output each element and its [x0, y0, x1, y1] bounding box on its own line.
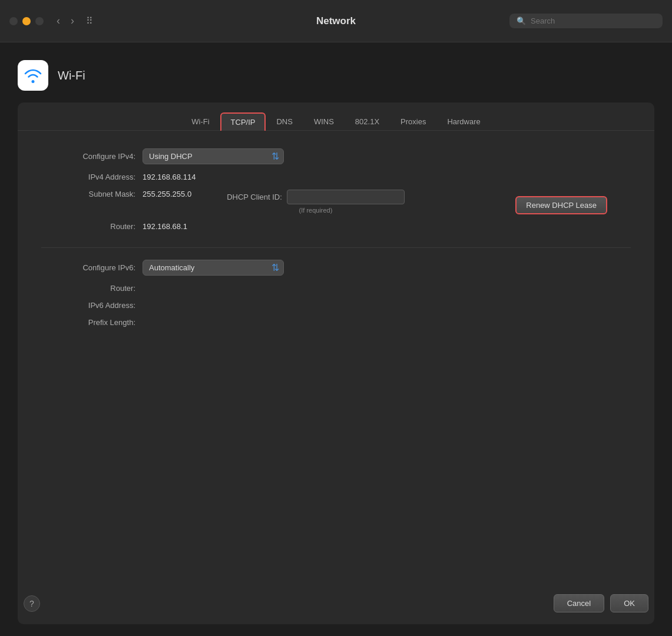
ipv4-address-label: IPv4 Address:: [41, 173, 135, 181]
minimize-button[interactable]: [22, 17, 31, 25]
wifi-icon-box: [18, 60, 48, 91]
forward-button[interactable]: ›: [67, 14, 78, 28]
back-button[interactable]: ‹: [53, 14, 64, 28]
configure-ipv6-label: Configure IPv6:: [41, 263, 135, 272]
router-row: Router: 192.168.68.1: [41, 222, 405, 231]
panel-bottom-bar: ? Cancel OK: [18, 594, 654, 612]
section-divider: [41, 247, 631, 248]
tab-content: Configure IPv4: Using DHCP Manually Usin…: [18, 131, 654, 588]
tab-proxies[interactable]: Proxies: [390, 112, 436, 131]
search-input[interactable]: [531, 16, 656, 25]
grid-button[interactable]: ⠿: [86, 15, 93, 26]
configure-ipv4-row: Configure IPv4: Using DHCP Manually Usin…: [41, 148, 631, 164]
ipv4-address-row: IPv4 Address: 192.168.68.114: [41, 173, 405, 181]
cancel-button[interactable]: Cancel: [554, 594, 604, 612]
dhcp-client-id-label: DHCP Client ID:: [227, 193, 282, 201]
tab-hardware[interactable]: Hardware: [436, 112, 491, 131]
ok-button[interactable]: OK: [610, 594, 648, 612]
search-icon: 🔍: [517, 16, 526, 25]
router-label: Router:: [41, 222, 135, 231]
tab-dns[interactable]: DNS: [266, 112, 303, 131]
ipv4-details: IPv4 Address: 192.168.68.114 Subnet Mask…: [41, 173, 405, 239]
settings-panel: Wi-Fi TCP/IP DNS WINS 802.1X Proxies Har…: [18, 102, 654, 624]
ipv6-router-row: Router:: [41, 284, 631, 293]
nav-buttons: ‹ › ⠿: [53, 14, 93, 28]
dhcp-client-id-input[interactable]: [287, 190, 405, 204]
ipv6-address-label: IPv6 Address:: [41, 301, 135, 310]
configure-ipv6-select-wrapper[interactable]: Automatically Manually Off ⇅: [143, 260, 284, 276]
main-content: Wi-Fi Wi-Fi TCP/IP DNS WINS 802.1X Proxi…: [0, 42, 672, 636]
tab-tcpip[interactable]: TCP/IP: [220, 112, 266, 131]
wifi-icon: [23, 67, 43, 84]
ipv4-address-value: 192.168.68.114: [143, 173, 196, 181]
wifi-header: Wi-Fi: [18, 60, 654, 91]
prefix-length-label: Prefix Length:: [41, 318, 135, 327]
tab-wins[interactable]: WINS: [303, 112, 345, 131]
tab-8021x[interactable]: 802.1X: [345, 112, 390, 131]
tabs-bar: Wi-Fi TCP/IP DNS WINS 802.1X Proxies Har…: [18, 102, 654, 131]
subnet-mask-label: Subnet Mask:: [41, 190, 135, 198]
configure-ipv6-row: Configure IPv6: Automatically Manually O…: [41, 260, 631, 276]
configure-ipv4-select[interactable]: Using DHCP Manually Using DHCP with manu…: [143, 148, 284, 164]
wifi-title: Wi-Fi: [58, 69, 85, 82]
subnet-mask-value: 255.255.255.0: [143, 190, 191, 198]
ipv6-router-label: Router:: [41, 284, 135, 293]
traffic-lights: [9, 17, 44, 25]
subnet-mask-row: Subnet Mask: 255.255.255.0: [41, 190, 191, 198]
dhcp-hint: (If required): [227, 207, 405, 214]
tab-wifi[interactable]: Wi-Fi: [181, 112, 220, 131]
panel-action-buttons: Cancel OK: [554, 594, 648, 612]
search-bar[interactable]: 🔍: [509, 14, 663, 28]
maximize-button[interactable]: [35, 17, 44, 25]
configure-ipv4-label: Configure IPv4:: [41, 152, 135, 161]
ipv6-address-row: IPv6 Address:: [41, 301, 631, 310]
dhcp-client-section: DHCP Client ID: (If required): [227, 190, 405, 214]
configure-ipv6-select[interactable]: Automatically Manually Off: [143, 260, 284, 276]
window-title: Network: [316, 15, 356, 27]
router-value: 192.168.68.1: [143, 222, 187, 231]
configure-ipv4-select-wrapper[interactable]: Using DHCP Manually Using DHCP with manu…: [143, 148, 284, 164]
prefix-length-row: Prefix Length:: [41, 318, 631, 327]
titlebar: ‹ › ⠿ Network 🔍: [0, 0, 672, 42]
help-button[interactable]: ?: [24, 595, 40, 612]
close-button[interactable]: [9, 17, 18, 25]
renew-dhcp-button[interactable]: Renew DHCP Lease: [515, 196, 607, 214]
renew-dhcp-wrapper: Renew DHCP Lease: [515, 196, 607, 214]
